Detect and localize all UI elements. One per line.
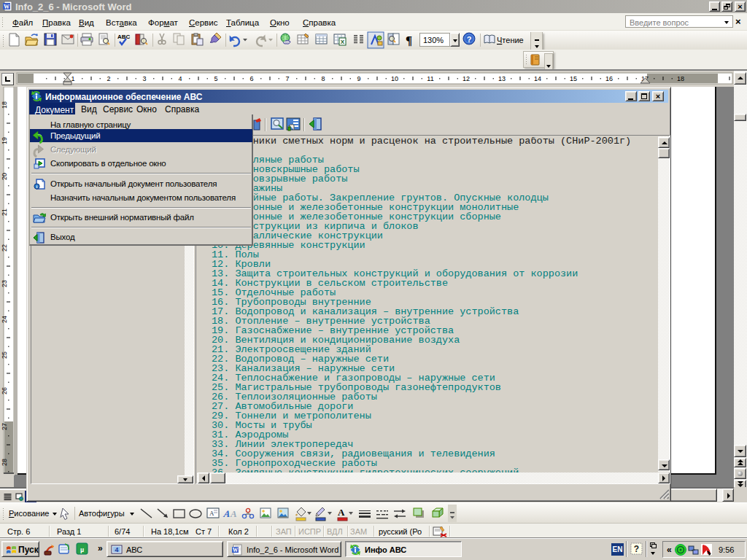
svg-text:10: 10	[391, 75, 398, 82]
svg-text:25: 25	[1, 351, 8, 359]
svg-text:22: 22	[1, 244, 8, 252]
svg-text:?: ?	[634, 544, 639, 554]
svg-text:18: 18	[1, 101, 8, 109]
svg-text:µ: µ	[80, 546, 84, 553]
svg-text:28: 28	[1, 459, 8, 466]
svg-text:4: 4	[178, 75, 182, 82]
svg-text:3: 3	[142, 75, 146, 82]
svg-text:?: ?	[467, 35, 472, 44]
svg-text:23: 23	[1, 280, 8, 287]
svg-text:5: 5	[214, 75, 217, 82]
svg-text:i: i	[36, 184, 38, 189]
svg-text:A: A	[230, 508, 237, 519]
svg-text:7: 7	[285, 75, 289, 82]
svg-text:X: X	[341, 39, 345, 45]
svg-text:14: 14	[534, 75, 541, 82]
svg-text:21: 21	[1, 209, 8, 216]
svg-text:9: 9	[357, 75, 360, 82]
svg-text:16: 16	[605, 75, 613, 82]
svg-text:Чтение: Чтение	[497, 36, 524, 44]
svg-text:13: 13	[498, 75, 506, 82]
svg-text:А: А	[338, 507, 345, 518]
svg-text:W: W	[233, 547, 239, 553]
svg-text:W: W	[4, 4, 9, 10]
svg-text:A: A	[209, 510, 214, 517]
svg-text:27: 27	[1, 423, 8, 430]
svg-text:12: 12	[462, 75, 470, 82]
svg-text:A: A	[222, 508, 231, 519]
svg-text:¶: ¶	[406, 34, 412, 47]
svg-text:15: 15	[570, 75, 577, 82]
svg-text:26: 26	[1, 387, 8, 394]
svg-text:20: 20	[1, 173, 8, 180]
svg-text:2: 2	[107, 75, 110, 82]
svg-text:4: 4	[115, 546, 118, 553]
svg-text:8: 8	[321, 75, 325, 82]
svg-text:6: 6	[249, 75, 253, 82]
svg-text:11: 11	[427, 75, 433, 82]
svg-text:18: 18	[677, 75, 684, 82]
svg-text:19: 19	[1, 137, 8, 144]
svg-text:ABC: ABC	[117, 34, 131, 40]
svg-text:24: 24	[1, 316, 8, 323]
